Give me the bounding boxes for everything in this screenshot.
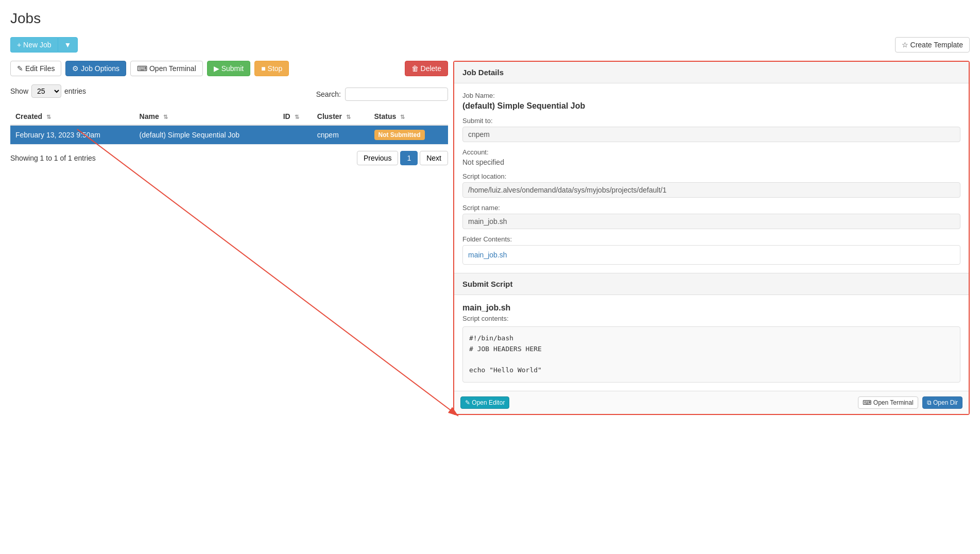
new-job-button[interactable]: + New Job — [10, 37, 58, 53]
cell-cluster: cnpem — [312, 125, 369, 145]
edit-files-button[interactable]: ✎ Edit Files — [10, 61, 61, 76]
submit-script-header: Submit Script — [454, 273, 969, 295]
folder-contents-label: Folder Contents: — [462, 235, 960, 243]
next-button[interactable]: Next — [420, 151, 448, 165]
open-dir-button[interactable]: ⧉ Open Dir — [922, 396, 962, 409]
col-cluster[interactable]: Cluster ⇅ — [312, 108, 369, 125]
jobs-table: Created ⇅ Name ⇅ ID ⇅ Cluster ⇅ Status ⇅… — [10, 108, 448, 145]
script-location-label: Script location: — [462, 172, 960, 180]
folder-link[interactable]: main_job.sh — [468, 251, 507, 259]
pagination: Previous 1 Next — [357, 151, 448, 165]
sort-name-icon: ⇅ — [163, 114, 168, 120]
col-created[interactable]: Created ⇅ — [10, 108, 134, 125]
sort-cluster-icon: ⇅ — [346, 114, 351, 120]
new-job-dropdown-button[interactable]: ▼ — [58, 37, 78, 53]
script-name-value: main_job.sh — [462, 214, 960, 229]
cell-id — [278, 125, 312, 145]
script-name-label: Script name: — [462, 204, 960, 212]
account-label: Account: — [462, 148, 960, 156]
col-name[interactable]: Name ⇅ — [134, 108, 278, 125]
job-details-header: Job Details — [454, 62, 969, 83]
cell-name: (default) Simple Sequential Job — [134, 125, 278, 145]
search-input[interactable] — [345, 88, 448, 101]
show-select[interactable]: 25 50 100 — [31, 84, 61, 98]
previous-button[interactable]: Previous — [357, 151, 398, 165]
account-value: Not specified — [462, 158, 960, 166]
script-filename: main_job.sh — [462, 303, 960, 313]
col-status[interactable]: Status ⇅ — [369, 108, 449, 125]
folder-contents-box: main_job.sh — [462, 245, 960, 265]
script-location-value: /home/luiz.alves/ondemand/data/sys/myjob… — [462, 182, 960, 198]
submit-to-value: cnpem — [462, 127, 960, 142]
submit-to-label: Submit to: — [462, 117, 960, 125]
footer-open-terminal-button[interactable]: ⌨ Open Terminal — [858, 396, 918, 409]
status-badge: Not Submitted — [374, 130, 425, 140]
sort-created-icon: ⇅ — [46, 114, 51, 120]
job-name-value: (default) Simple Sequential Job — [462, 101, 960, 111]
search-label: Search: — [316, 90, 341, 98]
script-code: #!/bin/bash # JOB HEADERS HERE echo "Hel… — [462, 326, 960, 383]
entries-label: entries — [64, 87, 86, 95]
page-title: Jobs — [10, 10, 970, 27]
job-name-label: Job Name: — [462, 92, 960, 99]
script-contents-label: Script contents: — [462, 315, 960, 322]
stop-button[interactable]: ■ Stop — [254, 61, 289, 76]
job-options-button[interactable]: ⚙ Job Options — [65, 61, 126, 76]
page-1-button[interactable]: 1 — [400, 151, 418, 165]
show-label: Show — [10, 87, 28, 95]
col-id[interactable]: ID ⇅ — [278, 108, 312, 125]
create-template-button[interactable]: ☆ Create Template — [895, 37, 970, 53]
submit-button[interactable]: ▶ Submit — [207, 61, 250, 76]
showing-text: Showing 1 to 1 of 1 entries — [10, 154, 96, 162]
open-terminal-button[interactable]: ⌨ Open Terminal — [130, 61, 203, 76]
table-row[interactable]: February 13, 2023 9:50am (default) Simpl… — [10, 125, 448, 145]
job-details-panel: Job Details Job Name: (default) Simple S… — [453, 61, 970, 415]
sort-id-icon: ⇅ — [295, 114, 299, 120]
cell-created: February 13, 2023 9:50am — [10, 125, 134, 145]
open-editor-button[interactable]: ✎ Open Editor — [460, 396, 509, 409]
sort-status-icon: ⇅ — [400, 114, 405, 120]
delete-button[interactable]: 🗑 Delete — [405, 61, 448, 76]
cell-status: Not Submitted — [369, 125, 449, 145]
